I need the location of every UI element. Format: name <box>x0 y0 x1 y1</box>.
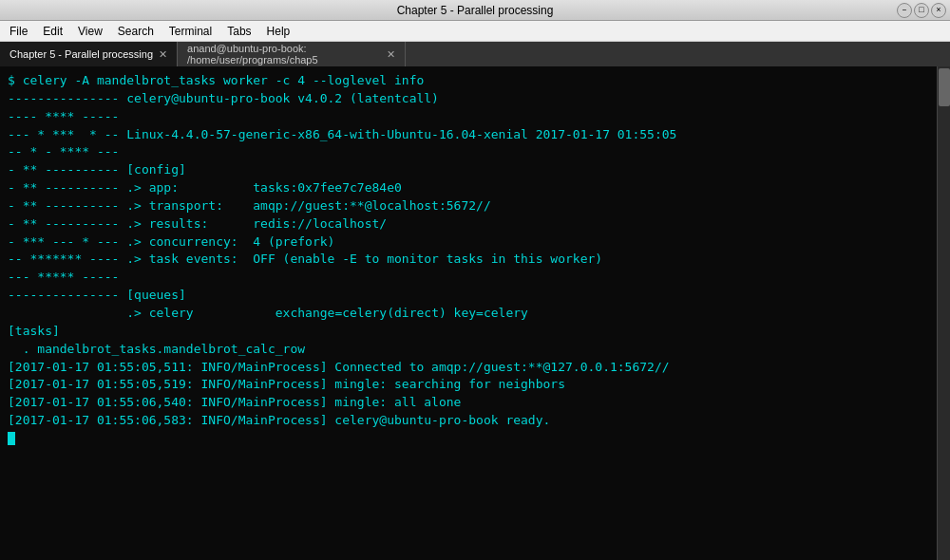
menu-search[interactable]: Search <box>112 23 160 40</box>
terminal-line: - ** ---------- .> app: tasks:0x7fee7c7e… <box>8 179 929 197</box>
terminal-line: -- ******* ---- .> task events: OFF (ena… <box>8 251 929 269</box>
terminal-line: --------------- [queues] <box>8 287 929 305</box>
terminal-line: -- * - **** --- <box>8 143 929 161</box>
menu-help[interactable]: Help <box>261 23 296 40</box>
window-controls[interactable]: – □ × <box>897 3 946 18</box>
terminal-line: [2017-01-17 01:55:05,519: INFO/MainProce… <box>8 376 929 394</box>
terminal-line: --------------- celery@ubuntu-pro-book v… <box>8 90 929 108</box>
scrollbar-thumb[interactable] <box>939 68 950 106</box>
tab-chapter5[interactable]: Chapter 5 - Parallel processing ✕ <box>0 42 178 66</box>
terminal-line: [2017-01-17 01:55:06,540: INFO/MainProce… <box>8 394 929 412</box>
minimize-button[interactable]: – <box>897 3 912 18</box>
title-bar: Chapter 5 - Parallel processing – □ × <box>0 0 950 21</box>
tab-label-2: anand@ubuntu-pro-book: /home/user/progra… <box>187 43 381 65</box>
close-button[interactable]: × <box>931 3 946 18</box>
terminal-line: - ** ---------- [config] <box>8 161 929 179</box>
menu-view[interactable]: View <box>72 23 108 40</box>
terminal-line: . mandelbrot_tasks.mandelbrot_calc_row <box>8 341 929 359</box>
menu-tabs[interactable]: Tabs <box>221 23 256 40</box>
terminal-line: [2017-01-17 01:55:05,511: INFO/MainProce… <box>8 359 929 377</box>
terminal-container: $ celery -A mandelbrot_tasks worker -c 4… <box>0 66 950 560</box>
tab-label-1: Chapter 5 - Parallel processing <box>10 48 153 60</box>
terminal-line: [tasks] <box>8 323 929 341</box>
terminal-output[interactable]: $ celery -A mandelbrot_tasks worker -c 4… <box>0 66 937 560</box>
window-title: Chapter 5 - Parallel processing <box>397 4 554 17</box>
menu-edit[interactable]: Edit <box>37 23 68 40</box>
terminal-line: ---- **** ----- <box>8 108 929 126</box>
tab-close-1[interactable]: ✕ <box>159 48 167 61</box>
tab-bar: Chapter 5 - Parallel processing ✕ anand@… <box>0 42 950 66</box>
terminal-line: $ celery -A mandelbrot_tasks worker -c 4… <box>8 72 929 90</box>
menu-bar: File Edit View Search Terminal Tabs Help <box>0 21 950 42</box>
terminal-cursor <box>8 432 15 445</box>
menu-file[interactable]: File <box>4 23 33 40</box>
terminal-line: --- * *** * -- Linux-4.4.0-57-generic-x8… <box>8 126 929 144</box>
cursor-line <box>8 430 929 448</box>
tab-close-2[interactable]: ✕ <box>387 48 395 61</box>
terminal-line: --- ***** ----- <box>8 269 929 287</box>
terminal-line: - ** ---------- .> results: redis://loca… <box>8 215 929 233</box>
terminal-line: [2017-01-17 01:55:06,583: INFO/MainProce… <box>8 412 929 430</box>
maximize-button[interactable]: □ <box>914 3 929 18</box>
scrollbar[interactable] <box>937 66 950 560</box>
tab-terminal[interactable]: anand@ubuntu-pro-book: /home/user/progra… <box>178 42 406 66</box>
terminal-line: .> celery exchange=celery(direct) key=ce… <box>8 305 929 323</box>
terminal-line: - ** ---------- .> transport: amqp://gue… <box>8 197 929 215</box>
menu-terminal[interactable]: Terminal <box>163 23 218 40</box>
terminal-line: - *** --- * --- .> concurrency: 4 (prefo… <box>8 233 929 252</box>
